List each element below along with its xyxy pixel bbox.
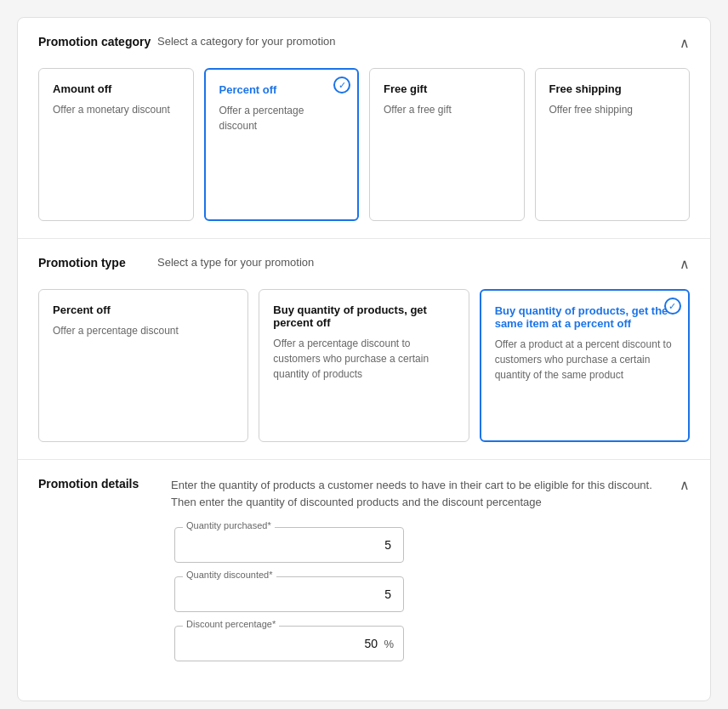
card-type-buy-qty-same-desc: Offer a product at a percent discount to…	[495, 337, 674, 383]
promotion-details-title: Promotion details	[38, 477, 157, 491]
card-type-percent-off[interactable]: Percent off Offer a percentage discount	[38, 289, 248, 442]
card-amount-off[interactable]: Amount off Offer a monetary discount	[38, 68, 194, 221]
card-type-percent-off-desc: Offer a percentage discount	[53, 323, 234, 338]
card-type-buy-qty-desc: Offer a percentage discount to customers…	[273, 336, 454, 382]
card-free-shipping-desc: Offer free shipping	[549, 102, 676, 117]
quantity-purchased-label: Quantity purchased*	[183, 520, 275, 530]
card-type-buy-qty-same-check: ✓	[664, 298, 681, 315]
card-free-gift-title: Free gift	[384, 82, 510, 95]
quantity-discounted-label: Quantity discounted*	[183, 570, 276, 580]
card-free-gift[interactable]: Free gift Offer a free gift	[369, 68, 525, 221]
card-free-shipping[interactable]: Free shipping Offer free shipping	[535, 68, 691, 221]
card-percent-off[interactable]: ✓ Percent off Offer a percentage discoun…	[204, 68, 360, 221]
card-type-buy-qty-same-title: Buy quantity of products, get the same i…	[495, 304, 674, 330]
card-amount-off-desc: Offer a monetary discount	[53, 102, 179, 117]
card-free-gift-desc: Offer a free gift	[384, 102, 510, 117]
promotion-category-title: Promotion category	[38, 35, 157, 48]
main-container: Promotion category Select a category for…	[17, 17, 711, 701]
promotion-type-title: Promotion type	[38, 256, 157, 269]
card-type-percent-off-title: Percent off	[53, 303, 234, 316]
promotion-details-section: Promotion details Enter the quantity of …	[18, 460, 710, 700]
card-amount-off-title: Amount off	[53, 82, 179, 95]
discount-percentage-suffix: %	[384, 638, 394, 650]
card-type-buy-qty-same-item[interactable]: ✓ Buy quantity of products, get the same…	[480, 289, 690, 442]
promotion-category-header: Promotion category Select a category for…	[38, 35, 690, 51]
promotion-category-section: Promotion category Select a category for…	[18, 18, 710, 239]
promotion-category-cards: Amount off Offer a monetary discount ✓ P…	[38, 68, 690, 221]
card-type-buy-qty-title: Buy quantity of products, get percent of…	[273, 303, 454, 329]
discount-percentage-input[interactable]	[174, 626, 404, 661]
quantity-purchased-input[interactable]	[174, 527, 404, 563]
card-type-buy-qty-get-percent[interactable]: Buy quantity of products, get percent of…	[259, 289, 469, 442]
promotion-details-header: Promotion details Enter the quantity of …	[38, 477, 690, 510]
discount-percentage-label: Discount percentage*	[183, 619, 279, 629]
promotion-details-chevron[interactable]: ∧	[680, 477, 690, 493]
quantity-purchased-group: Quantity purchased*	[174, 527, 404, 563]
promotion-category-subtitle: Select a category for your promotion	[157, 35, 669, 48]
card-percent-off-title: Percent off	[219, 83, 344, 96]
promotion-type-header: Promotion type Select a type for your pr…	[38, 256, 690, 272]
promotion-category-chevron[interactable]: ∧	[680, 35, 690, 51]
promotion-type-chevron[interactable]: ∧	[680, 256, 690, 272]
quantity-discounted-group: Quantity discounted*	[174, 576, 404, 612]
quantity-discounted-input[interactable]	[174, 576, 404, 612]
card-free-shipping-title: Free shipping	[549, 82, 676, 95]
promotion-type-cards: Percent off Offer a percentage discount …	[38, 289, 690, 442]
promotion-type-subtitle: Select a type for your promotion	[157, 256, 669, 269]
card-percent-off-check: ✓	[333, 77, 350, 94]
promotion-details-description: Enter the quantity of products a custome…	[171, 477, 656, 510]
discount-percentage-group: Discount percentage* %	[174, 626, 404, 661]
promotion-type-section: Promotion type Select a type for your pr…	[18, 239, 710, 460]
card-percent-off-desc: Offer a percentage discount	[219, 103, 344, 133]
